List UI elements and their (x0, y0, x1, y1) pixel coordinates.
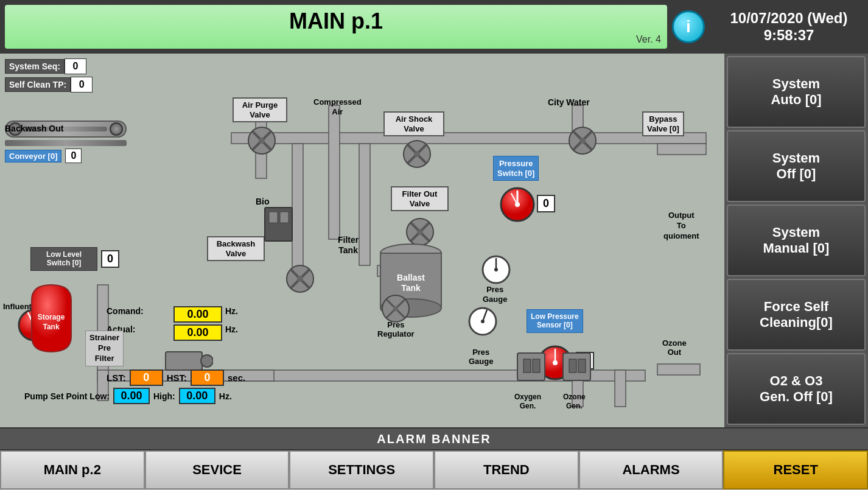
info-icon[interactable]: i (672, 10, 705, 43)
system-off-label: System Off [0] (772, 150, 820, 183)
ozone-out-label: OzoneOut (662, 338, 687, 357)
svg-text:Storage: Storage (38, 313, 65, 321)
o2-o3-label: O2 & O3 Gen. Off [0] (760, 373, 833, 405)
city-water-label: City Water (548, 97, 590, 107)
system-auto-label: System Auto [0] (771, 76, 821, 108)
command-row: Comand: (107, 306, 144, 316)
air-shock-valve-icon (402, 139, 432, 169)
pres-gauge-top-label: PresGauge (483, 285, 507, 304)
system-seq-value: 0 (65, 58, 86, 74)
svg-rect-4 (359, 144, 370, 265)
command-label: Comand: (107, 306, 144, 316)
lst-row: LST: 0 HST: 0 sec. (107, 369, 245, 386)
svg-rect-59 (569, 359, 576, 373)
service-label: SEVICE (192, 462, 242, 478)
main-p2-label: MAIN p.2 (44, 462, 101, 478)
bottom-nav: MAIN p.2 SEVICE SETTINGS TREND ALARMS RE… (0, 450, 868, 489)
hst-value: 0 (191, 369, 224, 386)
info-button-area[interactable]: i (667, 0, 710, 54)
pres-gauge-top (481, 254, 511, 287)
svg-rect-57 (533, 359, 540, 373)
svg-rect-56 (523, 359, 531, 373)
lst-label: LST: (107, 373, 126, 383)
bio-component (262, 205, 295, 244)
alarm-banner-text: ALARM BANNER (377, 432, 491, 446)
settings-button[interactable]: SETTINGS (289, 450, 434, 489)
bypass-valve-label: BypassValve [0] (642, 111, 684, 136)
system-manual-label: System Manual [0] (763, 225, 830, 257)
svg-rect-45 (166, 352, 202, 370)
svg-point-16 (259, 138, 265, 144)
pump-set-point-row: Pump Set Point Low: 0.00 High: 0.00 Hz. (24, 388, 232, 404)
filter-tank-label: FilterTank (338, 235, 359, 256)
conveyor-value: 0 (65, 149, 82, 163)
svg-rect-10 (615, 370, 626, 407)
sec-label: sec. (228, 373, 245, 383)
svg-point-51 (481, 320, 485, 323)
svg-point-48 (393, 306, 398, 311)
svg-rect-11 (657, 144, 706, 155)
conveyor-label: Conveyor [0] (5, 150, 61, 163)
trend-button[interactable]: TREND (434, 450, 579, 489)
conveyor-row: Conveyor [0] 0 (5, 149, 139, 163)
low-level-switch-label: Low LevelSwitch [0] (30, 247, 97, 271)
pressure-switch-gauge (499, 186, 536, 225)
pressure-switch-value: 0 (537, 195, 555, 212)
settings-label: SETTINGS (328, 462, 395, 478)
main-p2-button[interactable]: MAIN p.2 (0, 450, 145, 489)
time-text: 9:58:37 (764, 27, 814, 44)
svg-text:Ballast: Ballast (397, 273, 425, 282)
air-purge-valve-label: Air PurgeValve (233, 97, 287, 122)
page-title: MAIN p.1 (289, 9, 383, 34)
reset-label: RESET (774, 462, 818, 478)
actual-value: 0.00 (173, 324, 222, 341)
svg-point-54 (553, 360, 558, 365)
date-text: 10/07/2020 (Wed) (730, 10, 848, 27)
low-pressure-sensor-label: Low PressureSensor [0] (527, 309, 583, 333)
pres-gauge-bottom-label: PresGauge (469, 348, 493, 366)
force-self-cleaning-button[interactable]: Force Self Cleaning[0] (727, 279, 866, 351)
svg-rect-1 (329, 105, 340, 239)
svg-rect-60 (578, 359, 586, 373)
service-button[interactable]: SEVICE (145, 450, 290, 489)
city-water-valve-icon (567, 125, 598, 156)
svg-point-20 (579, 138, 586, 144)
pres-gauge-bottom (467, 306, 498, 339)
command-value: 0.00 (173, 306, 222, 323)
control-panel: System Auto [0] System Off [0] System Ma… (724, 54, 868, 427)
oxygen-gen-label: OxygenGen. (514, 393, 541, 410)
o2-o3-button[interactable]: O2 & O3 Gen. Off [0] (727, 353, 866, 425)
reset-button[interactable]: RESET (723, 450, 868, 489)
ozone-gen-area (560, 350, 593, 386)
oxygen-gen-area (514, 350, 548, 386)
force-self-cleaning-label: Force Self Cleaning[0] (760, 299, 833, 331)
command-hz: Hz. (225, 306, 238, 316)
pres-regulator-icon (380, 293, 411, 324)
pump-set-low-value: 0.00 (113, 388, 150, 404)
system-auto-button[interactable]: System Auto [0] (727, 56, 866, 128)
system-manual-button[interactable]: System Manual [0] (727, 205, 866, 276)
hz-label2: Hz. (219, 391, 232, 401)
svg-point-24 (515, 202, 520, 207)
svg-point-18 (414, 151, 420, 157)
actual-hz: Hz. (225, 324, 238, 334)
svg-text:Tank: Tank (401, 283, 421, 293)
header: MAIN p.1 Ver. 4 i 10/07/2020 (Wed) 9:58:… (0, 0, 868, 54)
svg-rect-31 (280, 212, 289, 223)
diagram-panel: System Seq: 0 Self Clean TP: 0 Conveyor … (0, 54, 724, 427)
system-seq-row: System Seq: 0 (5, 58, 145, 74)
alarm-banner: ALARM BANNER (0, 427, 868, 450)
system-off-button[interactable]: System Off [0] (727, 130, 866, 202)
alarms-button[interactable]: ALARMS (579, 450, 724, 489)
svg-rect-30 (269, 212, 278, 223)
system-seq-label: System Seq: (5, 59, 65, 74)
pump-set-label: Pump Set Point Low: (24, 391, 110, 401)
air-purge-valve-icon (247, 125, 277, 156)
svg-point-46 (201, 355, 213, 367)
ozone-gen-label: OzoneGen. (563, 393, 586, 410)
compressed-air-label: CompressedAir (313, 97, 362, 116)
lst-value: 0 (130, 369, 163, 386)
air-shock-valve-label: Air ShockValve (383, 111, 444, 136)
trend-label: TREND (483, 462, 530, 478)
svg-rect-0 (231, 133, 706, 144)
